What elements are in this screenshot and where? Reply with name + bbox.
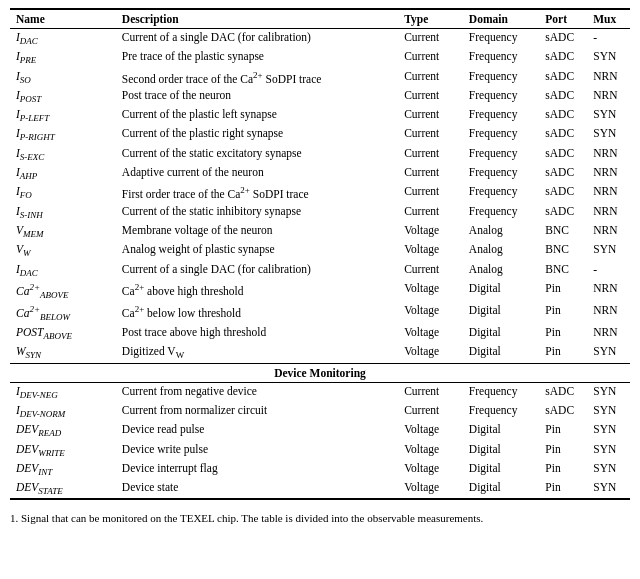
- table-row: POSTABOVEPost trace above high threshold…: [10, 324, 630, 343]
- cell-type: Voltage: [398, 241, 463, 260]
- cell-domain: Digital: [463, 460, 539, 479]
- cell-port: sADC: [539, 106, 587, 125]
- cell-mux: SYN: [587, 106, 630, 125]
- cell-description: Current of a single DAC (for calibration…: [116, 29, 398, 49]
- table-row: IFOFirst order trace of the Ca2+ SoDPI t…: [10, 183, 630, 202]
- cell-domain: Frequency: [463, 125, 539, 144]
- cell-mux: NRN: [587, 324, 630, 343]
- table-row: IDEV-NEGCurrent from negative deviceCurr…: [10, 382, 630, 402]
- cell-description: Ca2+ above high threshold: [116, 280, 398, 302]
- cell-port: sADC: [539, 87, 587, 106]
- cell-name: POSTABOVE: [10, 324, 116, 343]
- cell-domain: Frequency: [463, 87, 539, 106]
- cell-type: Current: [398, 402, 463, 421]
- cell-mux: SYN: [587, 402, 630, 421]
- cell-name: IDAC: [10, 29, 116, 49]
- cell-port: Pin: [539, 441, 587, 460]
- cell-mux: NRN: [587, 68, 630, 87]
- cell-type: Current: [398, 125, 463, 144]
- cell-port: sADC: [539, 125, 587, 144]
- cell-type: Current: [398, 29, 463, 49]
- cell-port: BNC: [539, 222, 587, 241]
- cell-mux: SYN: [587, 421, 630, 440]
- table-row: IDACCurrent of a single DAC (for calibra…: [10, 29, 630, 49]
- cell-type: Current: [398, 183, 463, 202]
- cell-domain: Digital: [463, 441, 539, 460]
- cell-name: IAHP: [10, 164, 116, 183]
- table-row: DEVSTATEDevice stateVoltageDigitalPinSYN: [10, 479, 630, 499]
- cell-domain: Frequency: [463, 29, 539, 49]
- cell-name: Ca2+ABOVE: [10, 280, 116, 302]
- cell-mux: SYN: [587, 382, 630, 402]
- section-header-cell: Device Monitoring: [10, 363, 630, 382]
- cell-mux: SYN: [587, 441, 630, 460]
- cell-domain: Digital: [463, 479, 539, 499]
- cell-name: VW: [10, 241, 116, 260]
- cell-name: DEVINT: [10, 460, 116, 479]
- table-row: ISOSecond order trace of the Ca2+ SoDPI …: [10, 68, 630, 87]
- cell-name: IP-LEFT: [10, 106, 116, 125]
- cell-description: Device read pulse: [116, 421, 398, 440]
- cell-port: sADC: [539, 48, 587, 67]
- caption-text: 1. Signal that can be monitored on the T…: [10, 512, 483, 524]
- cell-name: IDEV-NEG: [10, 382, 116, 402]
- table-row: DEVREADDevice read pulseVoltageDigitalPi…: [10, 421, 630, 440]
- cell-type: Voltage: [398, 222, 463, 241]
- cell-name: DEVSTATE: [10, 479, 116, 499]
- table-row: VMEMMembrane voltage of the neuronVoltag…: [10, 222, 630, 241]
- cell-mux: -: [587, 261, 630, 280]
- cell-description: Ca2+ below low threshold: [116, 302, 398, 324]
- cell-port: sADC: [539, 164, 587, 183]
- cell-name: ISO: [10, 68, 116, 87]
- cell-name: IP-RIGHT: [10, 125, 116, 144]
- table-body: IDACCurrent of a single DAC (for calibra…: [10, 29, 630, 500]
- cell-port: sADC: [539, 183, 587, 202]
- cell-mux: NRN: [587, 203, 630, 222]
- cell-domain: Frequency: [463, 145, 539, 164]
- cell-port: sADC: [539, 402, 587, 421]
- table-row: IS-INHCurrent of the static inhibitory s…: [10, 203, 630, 222]
- cell-description: Device interrupt flag: [116, 460, 398, 479]
- table-row: IDEV-NORMCurrent from normalizer circuit…: [10, 402, 630, 421]
- cell-type: Current: [398, 48, 463, 67]
- cell-type: Current: [398, 261, 463, 280]
- cell-port: Pin: [539, 479, 587, 499]
- cell-port: sADC: [539, 203, 587, 222]
- cell-type: Voltage: [398, 280, 463, 302]
- cell-description: Analog weight of plastic synapse: [116, 241, 398, 260]
- col-header-type: Type: [398, 9, 463, 29]
- cell-port: Pin: [539, 280, 587, 302]
- cell-description: Device state: [116, 479, 398, 499]
- cell-type: Current: [398, 106, 463, 125]
- cell-type: Voltage: [398, 479, 463, 499]
- cell-description: Current of the plastic left synapse: [116, 106, 398, 125]
- cell-name: IDAC: [10, 261, 116, 280]
- table-row: WSYNDigitized VWVoltageDigitalPinSYN: [10, 343, 630, 363]
- cell-type: Current: [398, 164, 463, 183]
- table-row: IS-EXCCurrent of the static excitatory s…: [10, 145, 630, 164]
- cell-name: WSYN: [10, 343, 116, 363]
- cell-type: Voltage: [398, 324, 463, 343]
- cell-domain: Digital: [463, 343, 539, 363]
- cell-name: IS-INH: [10, 203, 116, 222]
- table-caption: 1. Signal that can be monitored on the T…: [0, 508, 640, 526]
- cell-type: Current: [398, 203, 463, 222]
- cell-name: IPOST: [10, 87, 116, 106]
- cell-domain: Digital: [463, 421, 539, 440]
- cell-domain: Frequency: [463, 68, 539, 87]
- cell-name: DEVREAD: [10, 421, 116, 440]
- cell-domain: Frequency: [463, 106, 539, 125]
- cell-name: DEVWRITE: [10, 441, 116, 460]
- cell-port: Pin: [539, 421, 587, 440]
- cell-port: sADC: [539, 145, 587, 164]
- cell-domain: Frequency: [463, 183, 539, 202]
- cell-description: Adaptive current of the neuron: [116, 164, 398, 183]
- cell-domain: Frequency: [463, 402, 539, 421]
- cell-type: Current: [398, 382, 463, 402]
- cell-description: Device write pulse: [116, 441, 398, 460]
- cell-port: BNC: [539, 241, 587, 260]
- cell-description: Pre trace of the plastic synapse: [116, 48, 398, 67]
- cell-description: Current from negative device: [116, 382, 398, 402]
- cell-port: Pin: [539, 343, 587, 363]
- table-row: Ca2+BELOWCa2+ below low thresholdVoltage…: [10, 302, 630, 324]
